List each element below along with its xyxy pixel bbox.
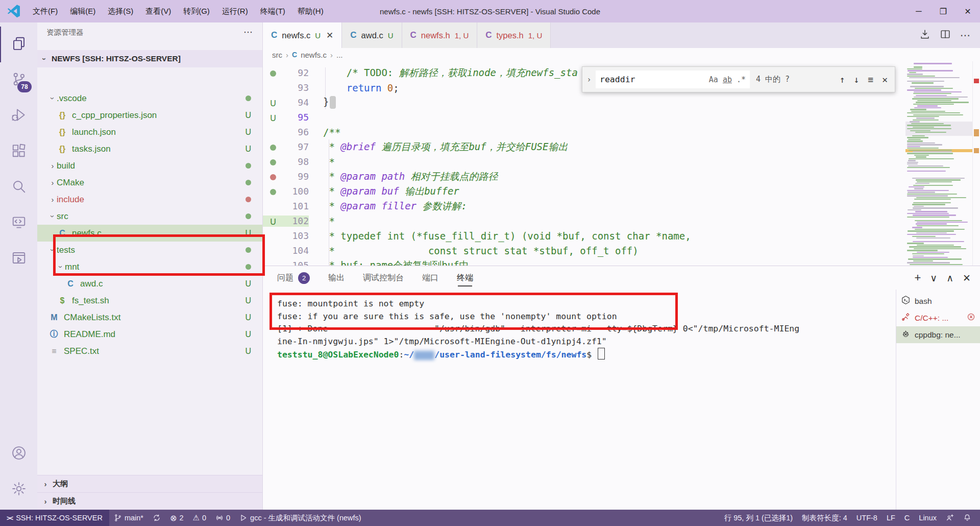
activity-account-button[interactable] — [0, 436, 37, 472]
tab-close-icon[interactable]: ✕ — [326, 30, 333, 41]
tree-item-SPEC.txt[interactable]: ≡SPEC.txtU — [37, 343, 262, 360]
menu-item[interactable]: 终端(T) — [254, 4, 291, 19]
status-Linux[interactable]: Linux — [914, 514, 941, 522]
tree-item-include[interactable]: ›include — [37, 191, 262, 208]
tab-awd.c[interactable]: Cawd.cU — [342, 22, 402, 48]
panel-tab-问题[interactable]: 问题2 — [277, 266, 310, 290]
download-icon[interactable] — [919, 29, 930, 42]
code-line[interactable]: 96/** — [263, 125, 898, 139]
activity-explorer-button[interactable] — [0, 27, 37, 62]
status-行 95, 列 1 (已选择1)[interactable]: 行 95, 列 1 (已选择1) — [720, 513, 798, 523]
menu-item[interactable]: 选择(S) — [102, 4, 139, 19]
code-line[interactable]: U102 * — [263, 213, 898, 228]
new-terminal-icon[interactable]: + — [914, 271, 921, 284]
activity-settings-button[interactable] — [0, 472, 37, 508]
code-line[interactable]: 99 * @param path 相对于挂载点的路径 — [263, 169, 898, 184]
find-input[interactable]: readdir Aa ab .* — [596, 70, 750, 88]
menu-item[interactable]: 帮助(H) — [291, 4, 330, 19]
tree-item-.vscode[interactable]: ›.vscode — [37, 90, 262, 107]
tree-item-tests[interactable]: ›tests — [37, 242, 262, 258]
code-line[interactable]: 105 * buf: name会被复制到buf中 — [263, 258, 898, 266]
terminal-entry-cppdbg: ne...[interactable]: cppdbg: ne... — [896, 326, 980, 343]
tree-item-fs_test.sh[interactable]: $fs_test.shU — [37, 292, 262, 309]
close-button[interactable]: ✕ — [955, 0, 980, 22]
tree-item-mnt[interactable]: ›mnt — [37, 258, 262, 275]
more-actions-icon[interactable]: ⋯ — [960, 29, 971, 41]
activity-search-button[interactable] — [0, 170, 37, 205]
code-line[interactable]: 103 * typedef int (*fuse_fill_dir_t) (vo… — [263, 228, 898, 243]
code-line[interactable]: U94} — [263, 95, 898, 110]
panel-tab-输出[interactable]: 输出 — [328, 266, 345, 290]
menu-item[interactable]: 运行(R) — [216, 4, 254, 19]
tree-item-README.md[interactable]: ⓘREADME.mdU — [37, 326, 262, 343]
code-editor[interactable]: 92 /* TODO: 解析路径，获取inode，填充newfs_sta93 r… — [263, 61, 980, 266]
status-UTF-8[interactable]: UTF-8 — [852, 514, 882, 522]
find-next-icon[interactable]: ↓ — [853, 74, 859, 85]
maximize-button[interactable]: ❐ — [931, 0, 955, 22]
tree-item-src[interactable]: ›src — [37, 208, 262, 225]
tree-item-build[interactable]: ›build — [37, 157, 262, 174]
tab-newfs.h[interactable]: Cnewfs.h1, U — [402, 22, 478, 48]
activity-source-control-button[interactable]: 78 — [0, 62, 37, 98]
tab-newfs.c[interactable]: Cnewfs.cU✕ — [263, 22, 342, 48]
panel-maximize-icon[interactable]: ∧ — [946, 272, 953, 284]
match-case-icon[interactable]: Aa — [709, 75, 718, 84]
tree-item-CMakeLists.txt[interactable]: MCMakeLists.txtU — [37, 309, 262, 326]
tree-item-c_cpp_properties.json[interactable]: {}c_cpp_properties.jsonU — [37, 107, 262, 124]
tree-item-launch.json[interactable]: {}launch.jsonU — [37, 124, 262, 140]
status-broadcast[interactable]: 0 — [211, 514, 235, 522]
workspace-section-header[interactable]: › NEWFS [SSH: HITSZ-OS-SERVER] — [37, 50, 262, 67]
menu-item[interactable]: 查看(V) — [139, 4, 177, 19]
status-制表符长度: 4[interactable]: 制表符长度: 4 — [797, 513, 852, 523]
menu-item[interactable]: 编辑(E) — [64, 4, 102, 19]
activity-extensions-button[interactable] — [0, 134, 37, 170]
find-toggle-replace-icon[interactable]: › — [582, 75, 596, 84]
status-debug[interactable]: gcc - 生成和调试活动文件 (newfs) — [235, 513, 366, 523]
panel-tab-调试控制台[interactable]: 调试控制台 — [363, 266, 404, 290]
sidebar-section-大纲[interactable]: ›大纲 — [37, 475, 262, 492]
sidebar-more-icon[interactable]: ⋯ — [243, 27, 253, 38]
code-line[interactable]: 104 * const struct stat *stbuf, off_t of… — [263, 243, 898, 258]
status-warning[interactable]: ⚠0 — [188, 513, 211, 522]
panel-tab-端口[interactable]: 端口 — [422, 266, 438, 290]
status-branch[interactable]: main* — [109, 514, 148, 522]
tree-item-newfs.c[interactable]: Cnewfs.cU — [37, 225, 262, 242]
status-bell[interactable] — [959, 514, 976, 522]
status-LF[interactable]: LF — [882, 514, 900, 522]
panel-tab-终端[interactable]: 终端 — [457, 266, 473, 290]
tree-item-tasks.json[interactable]: {}tasks.jsonU — [37, 140, 262, 157]
status-C[interactable]: C — [900, 514, 914, 522]
find-close-icon[interactable]: ✕ — [882, 74, 888, 85]
find-in-selection-icon[interactable]: ≡ — [868, 74, 873, 85]
whole-word-icon[interactable]: ab — [723, 75, 732, 84]
find-previous-icon[interactable]: ↑ — [840, 74, 845, 85]
split-editor-icon[interactable] — [940, 29, 951, 42]
breadcrumb-symbol[interactable]: ... — [336, 51, 343, 59]
activity-run-and-debug-button[interactable] — [0, 98, 37, 134]
activity-remote-explorer-button[interactable] — [0, 205, 37, 241]
tab-types.h[interactable]: Ctypes.h1, U — [477, 22, 551, 48]
terminal-dropdown-icon[interactable]: ∨ — [930, 272, 937, 284]
breadcrumb-folder[interactable]: src — [272, 51, 282, 59]
code-line[interactable]: 100 * @param buf 输出buffer — [263, 184, 898, 199]
code-line[interactable]: 101 * @param filler 参数讲解: — [263, 199, 898, 213]
code-line[interactable]: 98 * — [263, 154, 898, 169]
status-sync[interactable] — [148, 514, 165, 522]
sidebar-section-时间线[interactable]: ›时间线 — [37, 492, 262, 510]
status-error[interactable]: ⊗2 — [165, 513, 188, 523]
remote-indicator[interactable]: >< SSH: HITSZ-OS-SERVER — [0, 510, 109, 526]
terminal-output[interactable]: fuse: mountpoint is not emptyfuse: if yo… — [263, 290, 896, 510]
activity-live-preview-button[interactable] — [0, 241, 37, 277]
status-feedback[interactable] — [941, 514, 959, 522]
code-line[interactable]: 97 * @brief 遍历目录项，填充至buf，并交给FUSE输出 — [263, 139, 898, 154]
code-line[interactable]: U95 — [263, 110, 898, 125]
tree-item-awd.c[interactable]: Cawd.cU — [37, 275, 262, 292]
terminal-entry-bash[interactable]: bash — [896, 293, 980, 309]
minimize-button[interactable]: ─ — [906, 0, 931, 22]
menu-item[interactable]: 转到(G) — [177, 4, 216, 19]
terminal-entry-C/C++: ...[interactable]: C/C++: ... — [896, 309, 980, 326]
find-query-text[interactable]: readdir — [600, 75, 704, 84]
menu-item[interactable]: 文件(F) — [27, 4, 64, 19]
breadcrumb[interactable]: src › C newfs.c › ... — [263, 48, 980, 61]
breadcrumb-file[interactable]: newfs.c — [301, 51, 327, 59]
